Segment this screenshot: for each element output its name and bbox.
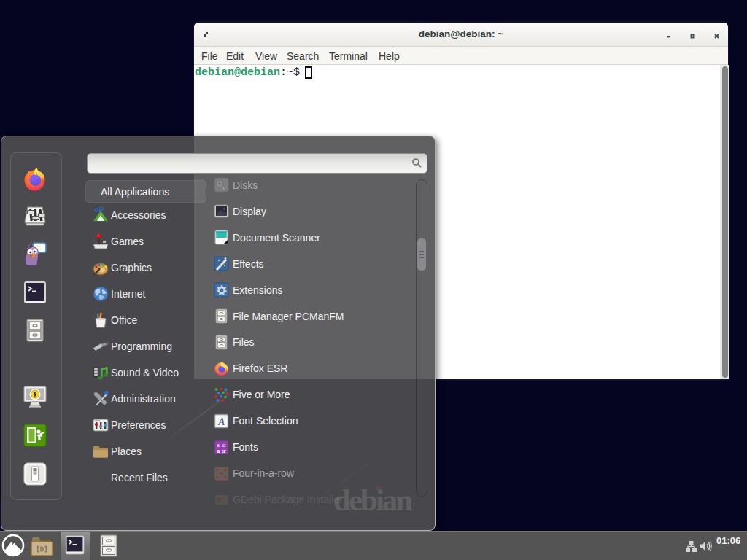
svg-text:A: A: [217, 416, 225, 427]
svg-text:œ: œ: [222, 447, 226, 454]
